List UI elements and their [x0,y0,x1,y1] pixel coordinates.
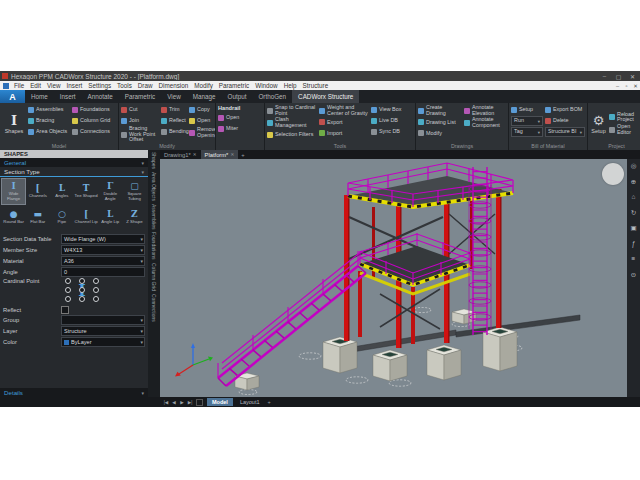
side-tab-assemblies[interactable]: Assemblies [151,204,157,230]
menu-parametric[interactable]: Parametric [216,82,252,89]
section-type-header[interactable]: Section Type▾ [0,167,148,177]
ribbon-item-sync-db[interactable]: Sync DB [371,127,405,137]
side-tab-connections[interactable]: Connections [151,294,157,322]
ribbon-item-assemblies[interactable]: Assemblies [28,105,70,115]
ribbon-item-bom-setup[interactable]: Setup [511,105,543,115]
ribbon-item-selection-filters[interactable]: Selection Filters [267,130,317,140]
tab-output[interactable]: Output [222,90,253,103]
cardinal-dot[interactable] [79,278,85,284]
ribbon-item-weight-and-cog[interactable]: Weight and Center of Gravity [319,105,369,116]
model-tab[interactable]: Model [207,398,233,406]
group-select[interactable] [61,315,145,325]
bom-tag-dropdown[interactable]: Tag [511,127,543,137]
side-tab-column-grid[interactable]: Column Grid [151,263,157,291]
color-select[interactable]: ByLayer [61,337,145,347]
member-size-select[interactable]: W4X13 [61,245,145,255]
function-icon[interactable]: ƒ [632,241,636,248]
shape-z-shape[interactable]: ZZ Shape [123,205,146,230]
menu-window[interactable]: Window [252,82,280,89]
cardinal-dot[interactable] [79,287,85,293]
reflect-checkbox[interactable] [61,306,69,314]
ribbon-item-bracing-work-point-offset[interactable]: Bracing Work Point Offset [121,127,159,142]
ribbon-item-reload-project[interactable]: Reload Project [609,112,640,123]
menu-view[interactable]: View [44,82,64,89]
tab-insert[interactable]: Insert [54,90,82,103]
menu-insert[interactable]: Insert [64,82,86,89]
ribbon-item-area-objects[interactable]: Area Objects [28,127,70,137]
next-layout-button[interactable]: ▶ [178,400,186,405]
mdi-close-button[interactable]: ✕ [631,83,640,89]
menu-settings[interactable]: Settings [85,82,114,89]
tab-cadworx-structure[interactable]: CADWorx Structure [292,90,359,103]
ribbon-item-reflect[interactable]: Reflect [161,116,187,126]
first-layout-button[interactable]: |◀ [162,400,170,405]
section-general[interactable]: General▾ [0,158,148,167]
layout-list-button[interactable] [196,399,203,406]
ribbon-item-foundations[interactable]: Foundations [72,105,116,115]
application-button[interactable]: A [0,90,25,103]
tab-annotate[interactable]: Annotate [82,90,119,103]
ribbon-item-column-grid[interactable]: Column Grid [72,116,116,126]
tab-view[interactable]: View [161,90,187,103]
previous-layout-button[interactable]: ◀ [170,400,178,405]
ribbon-item-bracing[interactable]: Bracing [28,116,70,126]
add-layout-button[interactable]: + [267,399,270,405]
shape-wide-flange[interactable]: IWide Flange [2,179,25,204]
section-data-table-select[interactable]: Wide Flange (W) [61,234,145,244]
menu-draw[interactable]: Draw [135,82,156,89]
ribbon-item-view-box[interactable]: View Box [371,105,405,115]
doc-tab-platform[interactable]: Platform* ✕ [201,150,239,159]
close-icon[interactable]: ✕ [230,152,234,157]
cardinal-dot[interactable] [93,296,99,302]
tab-orthogen[interactable]: OrthoGen [252,90,292,103]
tab-parametric[interactable]: Parametric [119,90,161,103]
layers-icon[interactable]: ≡ [632,256,636,263]
material-select[interactable]: A36 [61,256,145,266]
ribbon-item-clash-management[interactable]: Clash Management [267,117,317,128]
close-icon[interactable]: ✕ [193,152,197,157]
viewport-3d[interactable] [160,159,627,397]
compass-icon[interactable]: ◎ [631,163,637,170]
steering-wheel-icon[interactable]: ⊕ [631,179,636,186]
ribbon-item-import[interactable]: Import [319,128,369,138]
shape-pipe[interactable]: ○Pipe [50,205,73,230]
ribbon-item-export[interactable]: Export [319,117,369,127]
ribbon-item-create-drawing[interactable]: Create Drawing [418,105,462,116]
cardinal-dot[interactable] [93,278,99,284]
ribbon-item-live-db[interactable]: Live DB [371,116,405,126]
new-drawing-tab-button[interactable]: + [238,150,247,159]
ribbon-item-annotate-elevation[interactable]: Annotate Elevation [464,105,506,116]
shape-angles[interactable]: LAngles [50,179,73,204]
last-layout-button[interactable]: ▶| [186,400,194,405]
ribbon-item-connections[interactable]: Connections [72,127,116,137]
shape-square-tubing[interactable]: ▢Square Tubing [123,179,146,204]
cardinal-dot[interactable] [79,296,85,302]
cardinal-dot[interactable] [65,278,71,284]
maximize-button[interactable]: ▢ [613,73,624,80]
layer-select[interactable]: Structure [61,326,145,336]
close-button[interactable]: ✕ [627,73,638,80]
ribbon-item-bom-delete[interactable]: Delete [545,116,585,126]
cardinal-dot[interactable] [65,287,71,293]
view-box-icon[interactable]: ▣ [630,225,636,232]
ribbon-item-bending[interactable]: Bending [161,127,187,137]
ribbon-item-remove-openings[interactable]: Remove Openings [189,127,215,138]
shape-tee-shaped[interactable]: TTee Shaped [74,179,97,204]
history-icon[interactable]: ⊙ [631,272,636,279]
side-tab-foundations[interactable]: Foundations [151,232,157,260]
mdi-minimize-button[interactable]: – [613,83,622,89]
doc-tab-drawing1[interactable]: Drawing1* ✕ [160,150,201,159]
ribbon-item-open-editor[interactable]: Open Editor [609,124,640,135]
menu-modify[interactable]: Modify [191,82,216,89]
ribbon-item-snap-to-cardinal-point[interactable]: Snap to Cardinal Point [267,105,317,116]
bom-run-dropdown[interactable]: Run [511,116,543,126]
menu-structure[interactable]: Structure [300,82,332,89]
menu-edit[interactable]: Edit [27,82,44,89]
ribbon-item-open[interactable]: Open [189,116,215,126]
ribbon-item-drawing-list[interactable]: Drawing List [418,117,462,127]
view-navigation-disc[interactable] [602,163,624,185]
mdi-restore-button[interactable]: ▫ [622,83,631,89]
shape-flat-bar[interactable]: ▬Flat Bar [26,205,49,230]
home-icon[interactable]: ⌂ [632,194,636,201]
ribbon-item-cut[interactable]: Cut [121,105,159,115]
